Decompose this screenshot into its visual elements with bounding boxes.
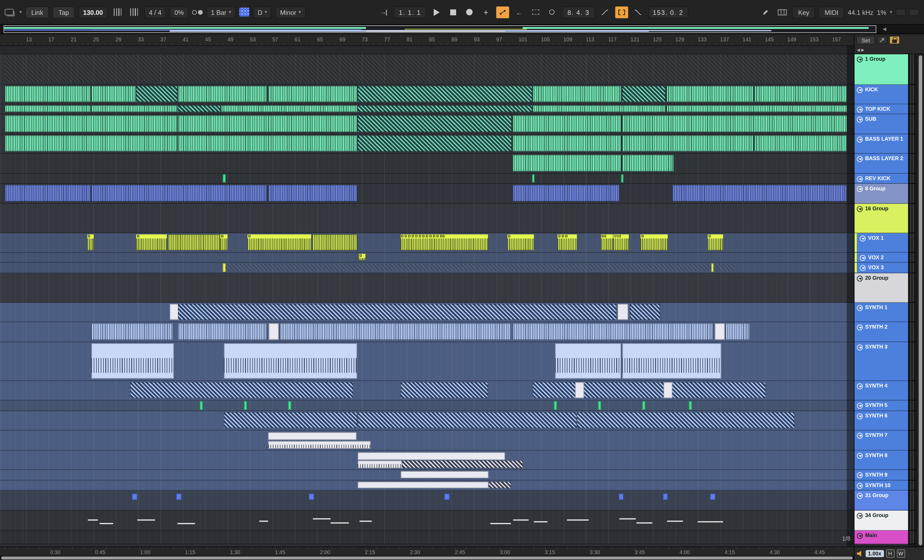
clip[interactable] — [618, 304, 628, 320]
clip[interactable] — [223, 174, 225, 182]
follow-button[interactable]: →| — [377, 6, 390, 18]
fold-icon[interactable] — [857, 513, 862, 519]
clip[interactable] — [260, 520, 268, 521]
fold-icon[interactable] — [857, 176, 862, 182]
clip[interactable] — [313, 518, 331, 520]
fold-icon[interactable] — [857, 117, 862, 123]
clip[interactable] — [620, 518, 636, 520]
fold-icon[interactable] — [857, 344, 862, 350]
track-header-synth-7[interactable]: SYNTH 7 — [855, 430, 908, 451]
fold-icon[interactable] — [860, 235, 866, 241]
cpu-meter[interactable]: 1% — [877, 9, 886, 16]
clip[interactable] — [710, 493, 716, 500]
track-header-synth-4[interactable]: SYNTH 4 — [855, 381, 908, 400]
track-lane-31-group[interactable] — [0, 491, 854, 511]
track-header-rev-kick[interactable]: REV KICK — [855, 174, 908, 184]
track-header-synth-5[interactable]: SYNTH 5 — [855, 400, 908, 411]
clip[interactable] — [666, 105, 847, 112]
track-lane-20-group[interactable] — [0, 273, 854, 303]
clip[interactable] — [92, 323, 173, 340]
clip[interactable]: CV2 — [614, 234, 629, 250]
track-header-vox-1[interactable]: VOX 1 — [855, 233, 908, 253]
overview-viewport[interactable] — [3, 25, 876, 33]
optimize-height-button[interactable]: H — [886, 550, 894, 558]
fold-icon[interactable] — [857, 483, 862, 489]
track-header-vox-3[interactable]: VOX 3 — [855, 263, 908, 273]
clip[interactable] — [358, 136, 512, 151]
clip[interactable] — [92, 86, 135, 102]
fold-icon[interactable] — [857, 57, 862, 62]
time-signature-field[interactable]: 4 / 4 — [144, 6, 166, 18]
clip[interactable] — [513, 323, 713, 340]
prev-locator-button[interactable]: ◀ — [857, 48, 860, 52]
computer-midi-keyboard-button[interactable] — [776, 6, 789, 18]
track-header-bass-layer-1[interactable]: BASS LAYER 1 — [855, 134, 908, 154]
clip[interactable] — [533, 105, 665, 112]
next-locator-button[interactable]: ▶ — [861, 48, 864, 52]
track-header-16-group[interactable]: 16 Group — [855, 204, 908, 233]
track-lane-synth-2[interactable] — [0, 322, 854, 342]
clip[interactable]: D — [359, 254, 366, 260]
track-lane-rev-kick[interactable] — [0, 174, 854, 184]
track-header-sub[interactable]: SUB — [855, 114, 908, 134]
clip[interactable] — [92, 343, 174, 379]
clip[interactable] — [554, 401, 556, 410]
link-button[interactable]: Link — [26, 6, 49, 18]
clip[interactable] — [567, 519, 589, 520]
record-button[interactable] — [463, 6, 476, 18]
track-lane-34-group[interactable] — [0, 511, 854, 530]
track-lane-vox-3[interactable] — [0, 263, 854, 273]
track-header-synth-2[interactable]: SYNTH 2 — [855, 322, 908, 342]
clip[interactable] — [513, 136, 621, 151]
clip[interactable] — [598, 401, 601, 410]
clip[interactable] — [178, 105, 220, 112]
clip[interactable] — [532, 174, 534, 182]
cpu-caret-icon[interactable]: ▾ — [890, 9, 892, 15]
horizontal-scrollbar-thumb[interactable] — [1, 557, 853, 560]
clip[interactable] — [667, 520, 683, 521]
clip[interactable] — [358, 412, 577, 428]
fold-icon[interactable] — [857, 107, 862, 112]
clip[interactable] — [715, 323, 725, 340]
clip[interactable] — [533, 86, 621, 102]
clip[interactable] — [88, 519, 98, 520]
optimize-width-button[interactable]: W — [897, 550, 905, 558]
clip[interactable] — [513, 519, 529, 520]
lock-envelopes-button[interactable] — [890, 36, 900, 44]
fold-icon[interactable] — [857, 383, 862, 389]
clip[interactable] — [92, 105, 177, 112]
preview-speaker-icon[interactable] — [857, 551, 863, 557]
midi-map-button[interactable]: MIDI — [819, 6, 844, 18]
track-lane-16-group[interactable] — [0, 204, 854, 233]
clip[interactable] — [576, 382, 584, 398]
track-lane-main[interactable] — [0, 530, 854, 544]
clip[interactable] — [402, 461, 522, 468]
track-lane-synth-8[interactable] — [0, 451, 854, 470]
track-header-31-group[interactable]: 31 Group — [855, 491, 908, 511]
clip[interactable] — [663, 493, 668, 500]
clip[interactable] — [268, 86, 357, 102]
fold-icon[interactable] — [857, 156, 862, 162]
clip[interactable] — [312, 234, 357, 250]
clip[interactable] — [630, 304, 660, 320]
horizontal-scrollbar[interactable] — [0, 556, 854, 560]
clip[interactable] — [178, 323, 267, 340]
clip[interactable] — [224, 412, 357, 428]
track-lane-sub[interactable] — [0, 114, 854, 134]
clip[interactable] — [4, 115, 177, 132]
clip[interactable] — [489, 482, 511, 488]
clip[interactable] — [689, 401, 692, 410]
clip[interactable] — [132, 493, 137, 500]
fold-icon[interactable] — [857, 533, 862, 539]
groove-amount-field[interactable]: 0% — [170, 6, 189, 18]
clip[interactable]: D D D D D D D D D D D DS — [400, 234, 488, 250]
track-header-synth-1[interactable]: SYNTH 1 — [855, 303, 908, 322]
fold-icon[interactable] — [857, 136, 862, 142]
track-lane-synth-1[interactable] — [0, 303, 854, 322]
track-lane-synth-3[interactable] — [0, 342, 854, 381]
clip[interactable] — [663, 382, 672, 398]
clip[interactable] — [619, 493, 624, 500]
clip[interactable] — [177, 523, 195, 524]
bar-ruler[interactable]: 1317212529333741454953576165697377818589… — [0, 34, 854, 46]
loop-length-display[interactable]: 153. 0. 2 — [648, 6, 688, 18]
